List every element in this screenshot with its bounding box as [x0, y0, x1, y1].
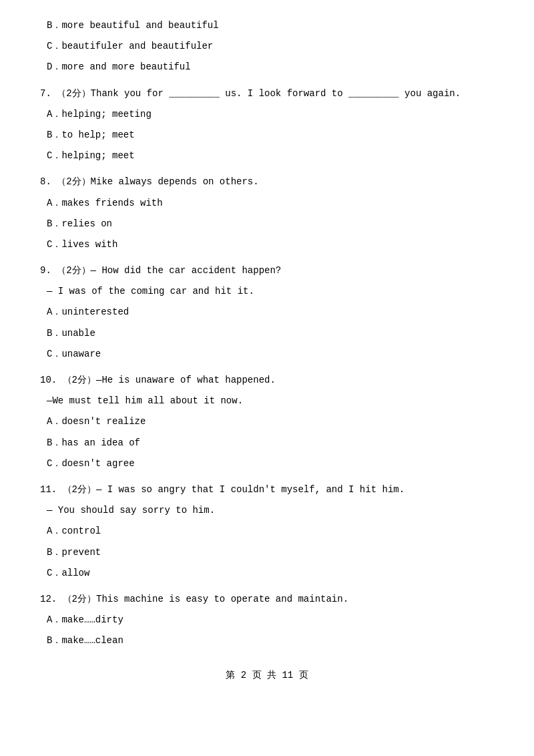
option-line: B．unable [40, 325, 494, 342]
option-line: A．makes friends with [40, 195, 494, 212]
question-line: 8. （2分）Mike always depends on others. [40, 174, 494, 190]
option-line: — You should say sorry to him. [40, 502, 494, 519]
question-line: 10. （2分）—He is unaware of what happened. [40, 372, 494, 389]
question-line: 11. （2分）— I was so angry that I couldn't… [40, 482, 494, 498]
option-line: C．helping; meet [40, 148, 494, 164]
option-line: C．unaware [40, 346, 494, 363]
option-line: B．make……clean [40, 632, 494, 649]
option-line: —We must tell him all about it now. [40, 393, 494, 409]
option-line: C．beautifuler and beautifuler [40, 38, 494, 55]
option-line: — I was of the coming car and hit it. [40, 283, 494, 300]
page-content: B．more beautiful and beautifulC．beautifu… [40, 17, 494, 681]
option-line: C．lives with [40, 236, 494, 253]
option-line: A．uninterested [40, 304, 494, 321]
option-line: C．allow [40, 565, 494, 582]
question-line: 12. （2分）This machine is easy to operate … [40, 591, 494, 608]
option-line: B．to help; meet [40, 127, 494, 144]
option-line: B．has an idea of [40, 435, 494, 451]
option-line: D．more and more beautiful [40, 59, 494, 75]
option-line: A．helping; meeting [40, 106, 494, 123]
option-line: A．doesn't realize [40, 413, 494, 430]
question-line: 9. （2分）— How did the car accident happen… [40, 262, 494, 279]
option-line: A．control [40, 523, 494, 540]
option-line: B．more beautiful and beautiful [40, 17, 494, 34]
page-footer: 第 2 页 共 11 页 [40, 669, 494, 681]
option-line: B．relies on [40, 216, 494, 232]
option-line: C．doesn't agree [40, 455, 494, 472]
option-line: A．make……dirty [40, 612, 494, 628]
question-line: 7. （2分）Thank you for _________ us. I loo… [40, 85, 494, 102]
option-line: B．prevent [40, 544, 494, 561]
